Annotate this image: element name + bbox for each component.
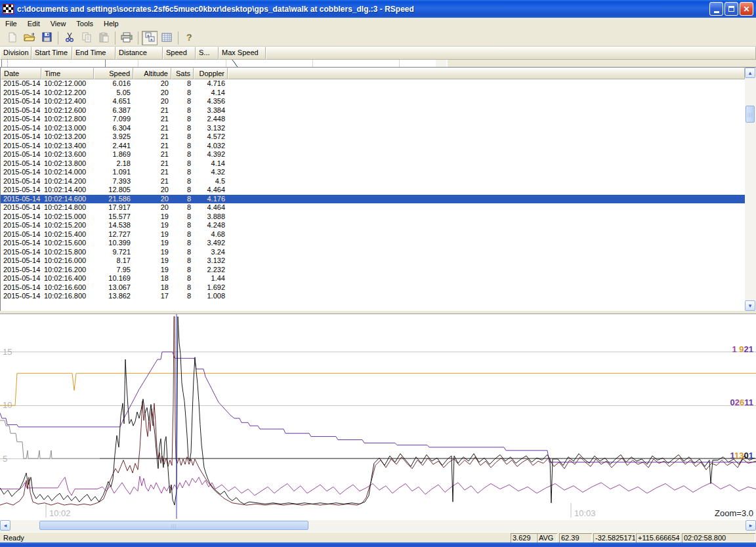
table-cell: 2015-05-14: [1, 248, 41, 257]
data-column-header-date[interactable]: Date: [1, 68, 41, 79]
table-row[interactable]: 2015-05-1410:02:14.80017.9172084.464: [1, 203, 745, 213]
table-cell: 2015-05-14: [1, 221, 41, 230]
toolbar-open-button[interactable]: [22, 31, 37, 45]
table-cell: 18: [133, 274, 171, 283]
print-icon: [121, 32, 133, 44]
division-column-header[interactable]: Division: [0, 47, 32, 60]
toolbar-copy-button[interactable]: [79, 31, 94, 45]
menu-view[interactable]: View: [45, 19, 72, 28]
table-row[interactable]: 2015-05-1410:02:14.0001.0912184.32: [1, 168, 745, 177]
table-row[interactable]: 2015-05-1410:02:13.2003.9252184.572: [1, 132, 745, 142]
data-column-header-altitude[interactable]: Altitude: [133, 68, 171, 79]
close-button[interactable]: ✕: [740, 2, 753, 16]
table-cell: 6.016: [94, 79, 133, 89]
scroll-arrow-left[interactable]: ◂: [0, 520, 10, 531]
table-cell: 1.692: [194, 283, 228, 293]
table-row[interactable]: 2015-05-1410:02:16.80013.8621781.008: [1, 292, 745, 301]
table-cell: 9.721: [94, 248, 133, 257]
table-row[interactable]: 2015-05-1410:02:15.60010.3991983.492: [1, 239, 745, 248]
table-row[interactable]: 2015-05-1410:02:12.4004.6512084.356: [1, 97, 745, 106]
chart-panel[interactable]: 5101510:0210:031 9210261111301Zoom=3.0: [0, 314, 756, 520]
table-cell: 19: [133, 248, 171, 257]
menu-file[interactable]: File: [0, 19, 22, 28]
table-row[interactable]: 2015-05-1410:02:15.20014.5381984.248: [1, 221, 745, 230]
table-row[interactable]: 2015-05-1410:02:12.2005.052084.14: [1, 89, 745, 98]
table-cell: 19: [133, 256, 171, 266]
save-icon: [42, 32, 52, 43]
cut-icon: [65, 32, 74, 44]
table-cell: 8: [171, 177, 194, 186]
table-cell: 2015-05-14: [1, 239, 41, 248]
table-row[interactable]: 2015-05-1410:02:13.8002.182184.14: [1, 159, 745, 169]
table-cell: 21: [133, 177, 171, 186]
restore-button[interactable]: [724, 2, 738, 16]
scroll-thumb[interactable]: |||: [39, 521, 308, 530]
menu-edit[interactable]: Edit: [22, 19, 45, 28]
toolbar-paste-button[interactable]: [96, 31, 112, 45]
table-row[interactable]: 2015-05-1410:02:12.8007.0992182.448: [1, 115, 745, 124]
scroll-thumb[interactable]: |||: [746, 106, 755, 123]
toolbar-help-button[interactable]: ?: [182, 31, 198, 45]
division-column-header[interactable]: Distance: [116, 47, 163, 60]
toolbar-save-button[interactable]: [39, 31, 54, 45]
table-row[interactable]: 2015-05-1410:02:14.40012.8052084.464: [1, 186, 745, 195]
status-panel-4: +115.66665490: [636, 533, 680, 542]
table-row[interactable]: 2015-05-1410:02:14.2007.3932184.5: [1, 177, 745, 186]
division-column-header[interactable]: Max Speed: [219, 47, 266, 60]
toolbar-map-view-button[interactable]: aa: [142, 31, 158, 45]
data-column-header-speed[interactable]: Speed: [94, 68, 133, 79]
table-cell: 8: [171, 274, 194, 283]
table-row[interactable]: 2015-05-1410:02:16.0008.171983.132: [1, 256, 745, 266]
toolbar-cut-button[interactable]: [62, 31, 77, 45]
table-cell: 3.925: [94, 132, 133, 142]
table-row[interactable]: 2015-05-1410:02:15.00015.5771983.888: [1, 213, 745, 222]
menu-tools[interactable]: Tools: [71, 19, 98, 28]
minimize-button[interactable]: [709, 2, 723, 16]
table-vertical-scrollbar[interactable]: ▴▾|||: [745, 68, 756, 311]
division-table-header: DivisionStart TimeEnd TimeDistanceSpeedS…: [0, 47, 756, 60]
table-row[interactable]: 2015-05-1410:02:14.60021.5862084.176: [1, 195, 745, 204]
data-column-header-doppler[interactable]: Doppler: [194, 68, 228, 79]
scroll-arrow-up[interactable]: ▴: [745, 68, 755, 78]
table-cell: 2015-05-14: [1, 79, 41, 89]
chart-series-sats: [0, 373, 756, 405]
table-cell: 4.248: [194, 221, 228, 230]
scroll-arrow-down[interactable]: ▾: [745, 300, 755, 311]
toolbar-new-button[interactable]: [5, 31, 20, 45]
table-cell: 2015-05-14: [1, 213, 41, 222]
toolbar-table-view-button[interactable]: [159, 31, 175, 45]
table-cell: 4.14: [194, 89, 228, 98]
table-row[interactable]: 2015-05-1410:02:15.40012.7271984.68: [1, 230, 745, 239]
table-cell: 4.716: [194, 79, 228, 89]
table-row[interactable]: 2015-05-1410:02:13.4002.4412184.032: [1, 142, 745, 151]
table-row[interactable]: 2015-05-1410:02:13.6001.8692184.392: [1, 150, 745, 159]
scroll-arrow-right[interactable]: ▸: [746, 520, 756, 531]
table-cell: 20: [133, 186, 171, 195]
data-column-header-sats[interactable]: Sats: [171, 68, 194, 79]
table-cell: 18: [133, 283, 171, 293]
table-row[interactable]: 2015-05-1410:02:12.6006.3872183.384: [1, 106, 745, 115]
division-column-header[interactable]: S...: [196, 47, 219, 60]
data-table-body: 2015-05-1410:02:12.0006.0162084.7162015-…: [1, 79, 745, 311]
division-column-header[interactable]: Start Time: [32, 47, 72, 60]
table-row[interactable]: 2015-05-1410:02:16.40010.1691881.44: [1, 274, 745, 283]
table-cell: 21: [133, 168, 171, 177]
chart-x-tick-label: 10:03: [574, 508, 596, 518]
chart-horizontal-scrollbar[interactable]: ◂▸|||: [0, 520, 756, 532]
app-checkered-flag-icon: [3, 4, 14, 14]
table-row[interactable]: 2015-05-1410:02:16.60013.0671881.692: [1, 283, 745, 293]
menu-help[interactable]: Help: [98, 19, 124, 28]
data-column-header-time[interactable]: Time: [41, 68, 94, 79]
table-cell: 3.132: [194, 256, 228, 266]
division-column-header[interactable]: Speed: [163, 47, 196, 60]
table-row[interactable]: 2015-05-1410:02:13.0006.3042183.132: [1, 124, 745, 133]
division-column-header[interactable]: End Time: [72, 47, 116, 60]
table-cell: 10:02:15.600: [41, 239, 94, 248]
table-row[interactable]: 2015-05-1410:02:16.2007.951982.232: [1, 266, 745, 275]
toolbar-print-button[interactable]: [119, 31, 135, 45]
table-row[interactable]: 2015-05-1410:02:15.8009.7211983.24: [1, 248, 745, 257]
chart-canvas[interactable]: 5101510:0210:031 9210261111301Zoom=3.0: [0, 314, 756, 520]
table-row[interactable]: 2015-05-1410:02:12.0006.0162084.716: [1, 79, 745, 89]
title-bar[interactable]: c:\documents and settings\socrates.2sf6c…: [0, 0, 756, 18]
table-cell: 2015-05-14: [1, 97, 41, 106]
